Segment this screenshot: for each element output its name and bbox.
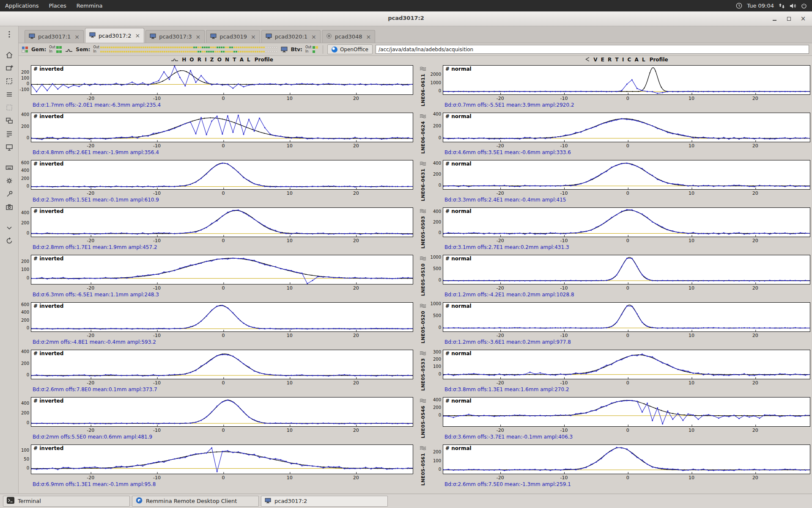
- collapse-icon[interactable]: [4, 223, 14, 232]
- tab-close-icon[interactable]: ×: [196, 33, 201, 40]
- profile-chart: [31, 350, 413, 379]
- taskbar-pcad3017-2[interactable]: pcad3017:2: [261, 496, 388, 507]
- status-square: [315, 46, 318, 49]
- status-square: [136, 51, 138, 52]
- path-input[interactable]: [376, 45, 809, 54]
- menu-places[interactable]: Places: [44, 0, 71, 11]
- menu-applications[interactable]: Applications: [0, 0, 44, 11]
- x-tick-label: 0: [626, 475, 629, 480]
- device-label: LNE05-0520: [420, 311, 426, 343]
- tab-close-icon[interactable]: ×: [135, 32, 140, 39]
- volume-icon[interactable]: [790, 3, 796, 9]
- close-button[interactable]: ×: [799, 15, 807, 22]
- device-strip: LNE05-0546: [417, 394, 429, 441]
- vertical-title: V E R T I C A L: [593, 57, 646, 63]
- home-icon[interactable]: [4, 50, 14, 60]
- tab-close-icon[interactable]: ×: [311, 33, 316, 40]
- profile-chart: [31, 113, 413, 142]
- profile-options-icon[interactable]: [420, 349, 426, 357]
- fullscreen-icon[interactable]: [4, 77, 14, 86]
- profile-chart: [31, 66, 413, 94]
- menu-remmina[interactable]: Remmina: [71, 0, 108, 11]
- tools-icon[interactable]: [4, 189, 14, 199]
- profile-plot-cell: 0200400# inverted-20-1001020Bd:σ:2.8mm o…: [19, 204, 413, 251]
- device-label: LNE06-0611: [420, 74, 426, 106]
- x-tick-label: 0: [222, 428, 225, 433]
- profile-options-icon[interactable]: [420, 65, 426, 73]
- status-square: [56, 50, 59, 53]
- taskbar-terminal[interactable]: Terminal: [3, 496, 130, 507]
- profile-options-icon[interactable]: [420, 112, 426, 120]
- new-connection-icon[interactable]: [4, 64, 14, 73]
- plot-box: # normal: [443, 65, 810, 95]
- fit-stats: Bd:σ:2mm offs:5.5E0 mean:0.6mm ampl:481.…: [33, 434, 152, 440]
- x-tick-label: 20: [353, 96, 359, 101]
- clock-text[interactable]: Tue 09:04: [747, 3, 774, 9]
- screenshot-icon[interactable]: [4, 202, 14, 212]
- x-axis-labels: -20-1001020: [31, 143, 413, 149]
- y-tick-label: 1000: [431, 255, 441, 260]
- scaling-icon[interactable]: [4, 90, 14, 99]
- tab-pcad3020-1[interactable]: pcad3020:1×: [261, 30, 321, 43]
- profile-row: 050100# inverted-20-1001020Bd:σ:6.9mm of…: [19, 441, 812, 489]
- clock-icon[interactable]: [736, 3, 742, 9]
- peak-icon: [171, 57, 178, 63]
- profile-options-icon[interactable]: [420, 160, 426, 168]
- x-tick-label: 20: [353, 333, 359, 338]
- profile-options-icon[interactable]: [420, 302, 426, 310]
- tab-pcad3048[interactable]: pcad3048×: [322, 30, 375, 43]
- taskbar-remmina-remote-desktop-client[interactable]: Remmina Remote Desktop Client: [132, 496, 259, 507]
- minimize-button[interactable]: [771, 15, 778, 22]
- tab-close-icon[interactable]: ×: [366, 33, 371, 40]
- fit-stats: Bd:σ:0.7mm offs:-5.5E1 mean:3.9mm ampl:2…: [444, 102, 574, 108]
- multi-monitor-icon[interactable]: [4, 116, 14, 125]
- list-icon[interactable]: [4, 129, 14, 138]
- y-tick-label: 0: [27, 466, 29, 470]
- tab-close-icon[interactable]: ×: [74, 33, 80, 40]
- profile-options-icon[interactable]: [420, 254, 426, 262]
- plot-box: # normal: [443, 302, 810, 332]
- x-axis-labels: -20-1001020: [31, 285, 413, 291]
- status-square: [100, 47, 102, 48]
- status-square: [174, 51, 176, 52]
- window-switch-icon[interactable]: [4, 142, 14, 152]
- power-icon[interactable]: [801, 3, 807, 9]
- plot-box: # inverted: [31, 444, 413, 474]
- plot-mode-label: # inverted: [33, 445, 63, 451]
- x-axis-labels: -20-1001020: [31, 428, 413, 433]
- refresh-icon[interactable]: [4, 236, 14, 246]
- profile-chart: [31, 208, 413, 237]
- profile-plot-cell: 0200400# normal-20-1001020Bd:σ:3.6mm off…: [431, 394, 810, 441]
- keyboard-icon[interactable]: [4, 163, 14, 172]
- dynamic-resolution-icon[interactable]: [4, 103, 14, 112]
- tab-pcad3017-3[interactable]: pcad3017:3×: [145, 30, 205, 43]
- status-square: [227, 51, 229, 52]
- network-icon[interactable]: [779, 3, 785, 9]
- status-square: [202, 47, 203, 48]
- status-square: [117, 47, 119, 48]
- profile-options-icon[interactable]: [420, 444, 426, 452]
- tab-pcad3017-2[interactable]: pcad3017:2×: [85, 28, 144, 43]
- status-square: [134, 51, 136, 52]
- device-label: LNE05-0503: [420, 216, 426, 248]
- openoffice-button[interactable]: OpenOffice: [327, 44, 373, 54]
- tab-pcad3019[interactable]: pcad3019×: [206, 30, 260, 43]
- x-tick-label: 0: [222, 475, 225, 480]
- tab-pcad3017-1[interactable]: pcad3017:1×: [25, 30, 84, 43]
- menu-remmina-label: Remmina: [77, 3, 103, 9]
- status-square: [212, 47, 214, 48]
- preferences-icon[interactable]: [4, 176, 14, 185]
- status-square: [153, 51, 155, 52]
- x-tick-label: -20: [497, 285, 504, 291]
- menu-icon[interactable]: [4, 30, 14, 39]
- status-square: [132, 47, 134, 48]
- terminal-icon: [7, 497, 14, 505]
- profile-options-icon[interactable]: [420, 207, 426, 215]
- profile-options-icon[interactable]: [420, 397, 426, 405]
- maximize-button[interactable]: [785, 15, 793, 22]
- plot-box: # inverted: [31, 350, 413, 379]
- tab-close-icon[interactable]: ×: [251, 33, 256, 40]
- window-titlebar[interactable]: pcad3017:2 ×: [0, 11, 812, 26]
- profile-plot-cell: 050100# inverted-20-1001020Bd:σ:6.9mm of…: [19, 441, 413, 489]
- status-square: [132, 51, 134, 52]
